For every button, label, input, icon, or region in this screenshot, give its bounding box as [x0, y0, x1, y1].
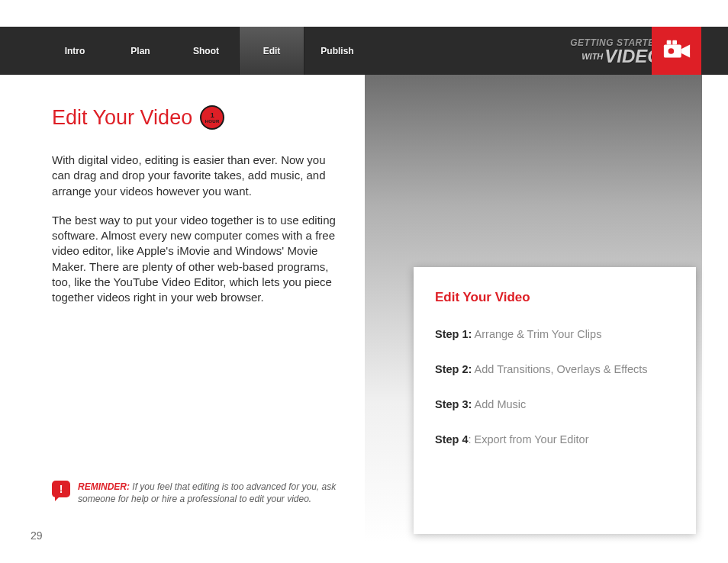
nav-edit[interactable]: Edit [239, 27, 304, 75]
svg-marker-3 [681, 44, 689, 57]
header-bar: Intro Plan Shoot Edit Publish GETTING ST… [0, 27, 728, 75]
nav-shoot[interactable]: Shoot [173, 46, 239, 56]
step-2-label: Step 2: [435, 363, 472, 375]
step-1[interactable]: Step 1: Arrange & Trim Your Clips [435, 328, 675, 340]
body-text: With digital video, editing is easier th… [52, 153, 346, 305]
paragraph-2: The best way to put your video together … [52, 213, 346, 306]
nav-publish[interactable]: Publish [304, 46, 370, 56]
left-column: Edit Your Video 1 HOUR With digital vide… [52, 105, 346, 319]
step-3-label: Step 3: [435, 398, 472, 410]
reminder-block: ! REMINDER: If you feel that editing is … [52, 481, 357, 505]
svg-rect-2 [672, 40, 677, 44]
title-row: Edit Your Video 1 HOUR [52, 105, 346, 130]
time-badge: 1 HOUR [200, 105, 224, 130]
step-3-text: Add Music [472, 398, 526, 410]
nav-intro[interactable]: Intro [42, 46, 108, 56]
time-badge-number: 1 [211, 112, 214, 119]
nav-plan[interactable]: Plan [108, 46, 173, 56]
card-title: Edit Your Video [435, 290, 675, 305]
step-4-text: : Export from Your Editor [469, 433, 589, 446]
page-root: Intro Plan Shoot Edit Publish GETTING ST… [0, 0, 728, 563]
step-2[interactable]: Step 2: Add Transitions, Overlays & Effe… [435, 363, 675, 375]
reminder-text: REMINDER: If you feel that editing is to… [78, 481, 357, 505]
alert-speech-icon: ! [52, 481, 70, 497]
step-1-label: Step 1: [435, 328, 472, 340]
reminder-label: REMINDER: [78, 481, 130, 492]
logo-box [652, 27, 701, 75]
step-1-text: Arrange & Trim Your Clips [472, 328, 601, 340]
step-3[interactable]: Step 3: Add Music [435, 398, 675, 410]
right-panel: Edit Your Video Step 1: Arrange & Trim Y… [365, 75, 702, 542]
step-2-text: Add Transitions, Overlays & Effects [472, 363, 647, 375]
page-title: Edit Your Video [52, 106, 192, 130]
svg-rect-1 [666, 40, 671, 44]
paragraph-1: With digital video, editing is easier th… [52, 153, 346, 199]
video-camera-icon [662, 40, 691, 63]
brand-title: WITHVIDEO [581, 48, 662, 65]
page-number: 29 [31, 529, 43, 542]
step-4[interactable]: Step 4: Export from Your Editor [435, 433, 675, 446]
step-4-label: Step 4 [435, 433, 469, 446]
steps-card: Edit Your Video Step 1: Arrange & Trim Y… [414, 267, 696, 534]
brand-with: WITH [581, 52, 603, 61]
time-badge-unit: HOUR [205, 119, 220, 124]
svg-point-4 [668, 48, 674, 54]
